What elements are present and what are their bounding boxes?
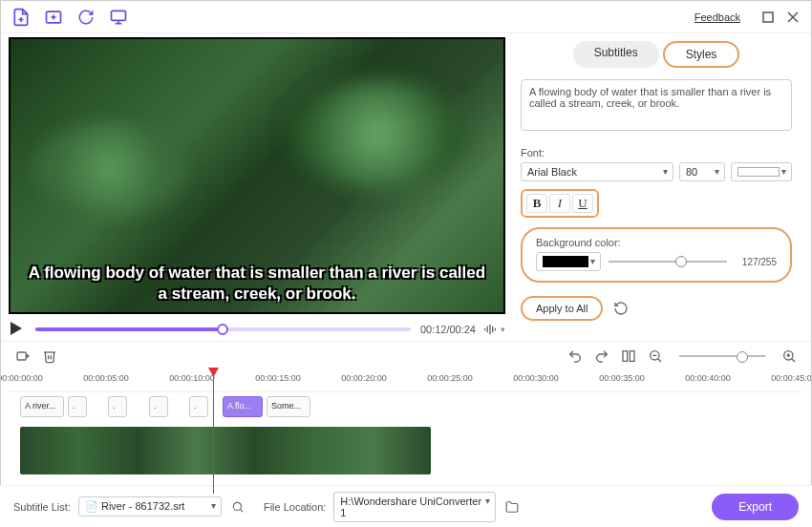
undo-icon[interactable] [566, 348, 584, 365]
video-track[interactable] [20, 427, 431, 474]
subtitle-track[interactable]: A river.......A flo...Some... [11, 394, 801, 421]
refresh-icon[interactable] [75, 7, 96, 28]
ruler-tick: 00:00:30:00 [513, 373, 559, 383]
underline-button[interactable]: U [572, 194, 593, 213]
audio-icon[interactable] [481, 321, 499, 338]
svg-rect-20 [623, 350, 628, 361]
zoom-out-icon[interactable] [647, 348, 664, 365]
ruler-tick: 00:00:10:00 [169, 373, 215, 383]
ruler-tick: 00:00:00:00 [0, 373, 43, 383]
subtitle-clip[interactable]: . [108, 396, 127, 417]
maximize-icon[interactable] [759, 9, 777, 26]
progress-slider[interactable] [35, 327, 411, 331]
add-media-icon[interactable] [43, 7, 64, 28]
bold-button[interactable]: B [526, 194, 547, 213]
bg-opacity-slider[interactable] [609, 261, 727, 263]
subtitle-overlay: A flowing body of water that is smaller … [11, 263, 503, 305]
time-display: 00:12/00:24 [420, 324, 476, 335]
delete-icon[interactable] [41, 348, 58, 365]
subtitle-clip[interactable]: A flo... [223, 396, 263, 417]
video-preview[interactable]: A flowing body of water that is smaller … [9, 37, 505, 314]
file-location-label: File Location: [264, 501, 326, 513]
svg-line-30 [240, 509, 243, 512]
italic-button[interactable]: I [549, 194, 570, 213]
close-icon[interactable] [784, 9, 801, 26]
svg-rect-5 [112, 11, 126, 20]
ruler-tick: 00:00:45:00 [771, 373, 812, 383]
zoom-in-icon[interactable] [780, 348, 798, 365]
ruler-tick: 00:00:05:00 [83, 373, 129, 383]
subtitle-clip[interactable]: . [149, 396, 168, 417]
font-color-select[interactable] [731, 162, 792, 181]
redo-icon[interactable] [593, 348, 610, 365]
tab-styles[interactable]: Styles [663, 41, 740, 68]
svg-marker-11 [11, 322, 22, 335]
export-button[interactable]: Export [712, 494, 799, 520]
display-icon[interactable] [108, 7, 129, 28]
svg-rect-21 [630, 350, 634, 361]
add-file-icon[interactable] [11, 7, 32, 28]
bg-opacity-value: 127/255 [735, 257, 777, 267]
subtitle-clip[interactable]: . [189, 396, 208, 417]
reset-icon[interactable] [612, 300, 630, 317]
feedback-link[interactable]: Feedback [694, 11, 740, 23]
svg-line-26 [792, 358, 795, 361]
playhead[interactable] [213, 369, 214, 494]
ruler-tick: 00:00:20:00 [341, 373, 387, 383]
svg-line-23 [658, 358, 661, 361]
add-subtitle-icon[interactable] [14, 348, 32, 365]
apply-all-button[interactable]: Apply to All [521, 296, 603, 321]
subtitle-clip[interactable]: Some... [267, 396, 310, 417]
folder-icon[interactable] [503, 498, 521, 516]
search-icon[interactable] [229, 498, 246, 516]
ruler-tick: 00:00:25:00 [427, 373, 473, 383]
timeline-ruler[interactable]: 00:00:00:0000:00:05:0000:00:10:0000:00:1… [11, 369, 801, 392]
ruler-tick: 00:00:35:00 [599, 373, 645, 383]
subtitle-clip[interactable]: A river... [20, 396, 64, 417]
font-label: Font: [521, 147, 792, 158]
ruler-tick: 00:00:15:00 [255, 373, 301, 383]
ruler-tick: 00:00:40:00 [685, 373, 731, 383]
subtitle-text-input[interactable]: A flowing body of water that is smaller … [521, 79, 792, 131]
svg-point-29 [233, 502, 241, 510]
file-location-select[interactable]: H:\Wondershare UniConverter 1 [333, 492, 496, 522]
svg-rect-8 [763, 12, 773, 22]
subtitle-list-label: Subtitle List: [13, 501, 71, 513]
font-family-select[interactable]: Arial Black [521, 162, 673, 181]
zoom-slider[interactable] [679, 355, 765, 357]
bg-color-select[interactable] [536, 252, 601, 271]
play-button[interactable] [9, 321, 26, 338]
tab-subtitles[interactable]: Subtitles [573, 41, 659, 68]
font-size-select[interactable]: 80 [679, 162, 725, 181]
svg-rect-17 [17, 352, 26, 360]
bg-color-label: Background color: [536, 237, 777, 248]
subtitle-file-select[interactable]: 📄 River - 861732.srt [78, 496, 222, 516]
split-icon[interactable] [620, 348, 637, 365]
subtitle-clip[interactable]: . [68, 396, 87, 417]
